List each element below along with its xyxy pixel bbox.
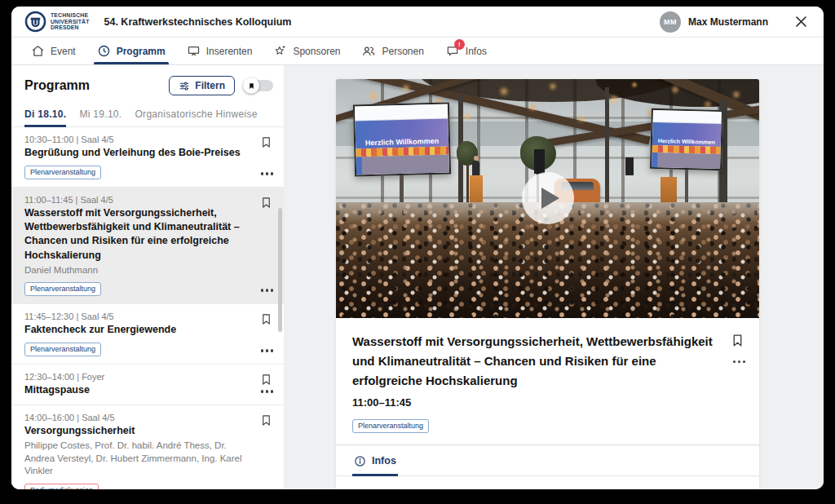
session-list: 10:30–11:00 | Saal 4/5 Begrüßung und Ver… [11, 127, 284, 489]
projection-screen-right: Herzlich Willkommen [650, 108, 723, 170]
tu-dresden-logo: TECHNISCHE UNIVERSITÄT DRESDEN [24, 11, 90, 33]
play-button[interactable] [522, 172, 574, 224]
day-tab-hinweise[interactable]: Organisatorische Hinweise [135, 104, 257, 126]
session-badge: Podiumsdiskussion [24, 484, 99, 489]
session-bookmark-button[interactable] [260, 135, 272, 153]
window-header: TECHNISCHE UNIVERSITÄT DRESDEN 54. Kraft… [11, 7, 824, 38]
detail-more-button[interactable] [733, 360, 745, 363]
user-name: Max Mustermann [688, 16, 768, 28]
tab-programm[interactable]: Programm [97, 38, 166, 64]
speaker-figure [472, 161, 479, 177]
event-title: 54. Kraftwerkstechnisches Kolloquium [104, 16, 292, 28]
tab-personen[interactable]: Personen [361, 38, 423, 64]
bookmark-icon [260, 312, 272, 326]
sidebar-heading: Programm [24, 78, 169, 93]
filter-sliders-icon [179, 81, 190, 91]
session-title: Begrüßung und Verleihung des Boie-Preise… [24, 146, 245, 160]
tab-inserenten[interactable]: Inserenten [187, 38, 253, 64]
close-icon [795, 15, 807, 28]
session-video[interactable]: Herzlich Willkommen Herzlich Willkommen [336, 79, 759, 318]
session-time: 11:45–12:30 | Saal 4/5 [24, 312, 245, 321]
toggle-knob [243, 77, 259, 94]
session-title: Wasserstoff mit Versorgungssicherheit, W… [24, 206, 245, 263]
infos-notification-badge: ! [454, 39, 465, 50]
session-more-button[interactable] [261, 289, 273, 291]
presentation-board-icon [187, 44, 201, 58]
session-more-button[interactable] [261, 349, 273, 351]
session-bookmark-button[interactable] [260, 413, 272, 431]
bookmark-icon [260, 373, 272, 387]
session-list-item[interactable]: 14:00–16:00 | Saal 4/5 Versorgungssicher… [11, 405, 284, 489]
session-bookmark-button[interactable] [260, 196, 272, 213]
sidebar-scrollbar[interactable] [278, 208, 282, 332]
tab-infos[interactable]: ! Infos [445, 38, 487, 64]
detail-badge: Plenarveranstaltung [352, 419, 429, 433]
main-nav: Event Programm Inserenten Sponsoren Pers… [11, 38, 824, 65]
content-area: Programm Filtern Di 18.10. Mi 19.10. Org… [11, 65, 824, 489]
day-tabs: Di 18.10. Mi 19.10. Organisatorische Hin… [11, 104, 284, 127]
session-list-item[interactable]: 11:45–12:30 | Saal 4/5 Faktencheck zur E… [11, 304, 284, 365]
user-avatar[interactable]: MM [660, 11, 681, 33]
session-title: Mittagspause [24, 383, 245, 397]
ceiling-lights [336, 79, 338, 81]
detail-time: 11:00–11:45 [352, 396, 714, 409]
bookmark-icon [260, 196, 272, 210]
bookmark-icon [260, 413, 272, 427]
session-title: Faktencheck zur Energiewende [24, 323, 245, 337]
session-detail-card: Herzlich Willkommen Herzlich Willkommen [336, 79, 759, 489]
day-tab-mi[interactable]: Mi 19.10. [79, 104, 121, 126]
app-window: TECHNISCHE UNIVERSITÄT DRESDEN 54. Kraft… [11, 7, 824, 489]
people-icon [361, 44, 376, 58]
tab-sponsoren[interactable]: Sponsoren [273, 38, 340, 64]
session-list-item[interactable]: 10:30–11:00 | Saal 4/5 Begrüßung und Ver… [11, 127, 284, 188]
detail-tabs: Infos [336, 446, 759, 476]
bookmark-icon [248, 82, 255, 91]
podium [470, 175, 483, 203]
session-bookmark-button[interactable] [260, 373, 272, 390]
info-circle-icon [354, 455, 366, 467]
clock-icon [97, 44, 111, 58]
session-badge: Plenarveranstaltung [24, 166, 101, 179]
home-icon [31, 44, 45, 58]
detail-panel: Herzlich Willkommen Herzlich Willkommen [284, 65, 824, 489]
detail-bookmark-button[interactable] [731, 333, 744, 351]
bookmark-icon [731, 333, 744, 348]
tab-event[interactable]: Event [31, 38, 76, 64]
session-list-item[interactable]: 11:00–11:45 | Saal 4/5 Wasserstoff mit V… [11, 188, 284, 304]
session-more-button[interactable] [261, 172, 273, 175]
bookmark-filter-toggle[interactable] [243, 77, 274, 94]
session-time: 12:30–14:00 | Foyer [24, 372, 245, 382]
vortragende-heading: Vortragende [336, 476, 759, 490]
bookmark-icon [260, 135, 272, 149]
session-list-item[interactable]: 12:30–14:00 | Foyer Mittagspause [11, 365, 284, 405]
session-speakers: Philippe Costes, Prof. Dr. habil. André … [24, 440, 245, 478]
tu-dresden-logo-icon [24, 11, 46, 33]
tu-dresden-logo-text: TECHNISCHE UNIVERSITÄT DRESDEN [51, 12, 90, 31]
program-sidebar: Programm Filtern Di 18.10. Mi 19.10. Org… [11, 65, 284, 489]
session-time: 14:00–16:00 | Saal 4/5 [24, 413, 245, 422]
session-badge: Plenarveranstaltung [24, 282, 101, 296]
star-sparkle-icon [273, 44, 287, 58]
play-icon [541, 188, 559, 209]
detail-tab-infos[interactable]: Infos [352, 446, 398, 476]
session-more-button[interactable] [261, 390, 273, 392]
filter-button[interactable]: Filtern [169, 76, 235, 95]
session-bookmark-button[interactable] [260, 312, 272, 329]
projection-screen-left: Herzlich Willkommen [353, 102, 451, 176]
session-time: 10:30–11:00 | Saal 4/5 [24, 135, 245, 144]
session-speakers: Daniel Muthmann [24, 264, 245, 277]
session-title: Versorgungssicherheit [24, 424, 245, 438]
close-button[interactable] [793, 14, 809, 30]
session-badge: Plenarveranstaltung [24, 343, 101, 356]
session-time: 11:00–11:45 | Saal 4/5 [24, 195, 245, 205]
detail-title: Wasserstoff mit Versorgungssicherheit, W… [352, 332, 714, 391]
day-tab-di[interactable]: Di 18.10. [24, 104, 66, 126]
